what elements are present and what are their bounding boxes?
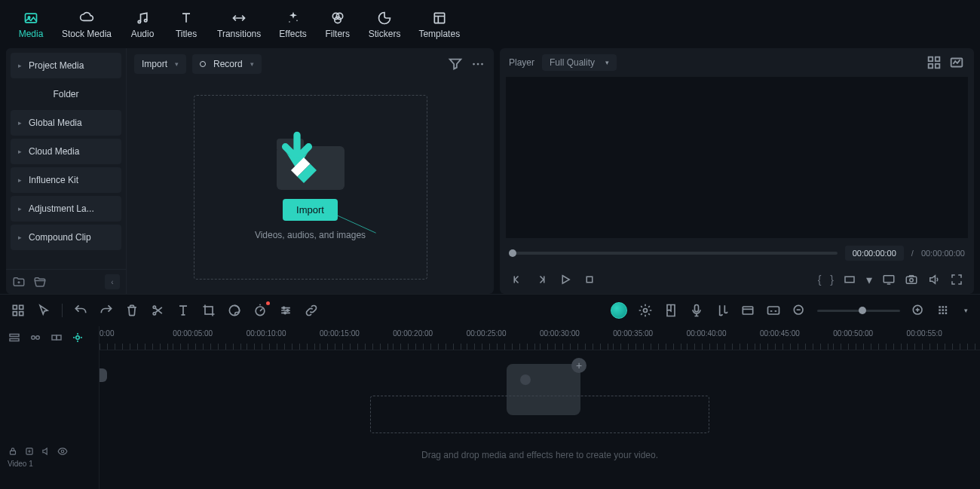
display-icon[interactable] xyxy=(882,273,896,286)
ruler-tick: 0:00 xyxy=(100,326,173,350)
new-folder-icon[interactable] xyxy=(12,275,26,289)
nav-stock-media[interactable]: Stock Media xyxy=(53,6,121,45)
audio-mixer-icon[interactable] xyxy=(715,303,730,318)
play-icon[interactable] xyxy=(559,273,572,286)
mark-in-icon[interactable]: { xyxy=(818,274,822,286)
grid-view-icon[interactable] xyxy=(926,54,942,71)
import-button[interactable]: Import xyxy=(283,199,338,221)
render-icon[interactable] xyxy=(638,303,653,318)
chevron-down-icon[interactable]: ▾ xyxy=(865,273,873,286)
media-dropzone[interactable]: Import Videos, audios, and images xyxy=(194,95,427,280)
preview-area[interactable] xyxy=(506,77,968,238)
svg-rect-25 xyxy=(20,305,23,309)
redo-icon[interactable] xyxy=(99,303,114,318)
nav-titles[interactable]: Titles xyxy=(164,6,208,45)
svg-rect-46 xyxy=(942,309,945,311)
nav-media[interactable]: Media xyxy=(9,6,53,45)
chevron-right-icon: ▸ xyxy=(18,176,24,184)
add-media-icon[interactable]: + xyxy=(571,358,586,373)
quality-select[interactable]: Full Quality ▾ xyxy=(542,54,617,71)
more-options-icon[interactable] xyxy=(470,56,486,72)
ai-avatar-icon[interactable] xyxy=(611,302,627,319)
undo-icon[interactable] xyxy=(73,303,88,318)
delete-icon[interactable] xyxy=(124,303,139,318)
sidebar-item-cloud-media[interactable]: ▸Cloud Media xyxy=(11,139,121,164)
chevron-down-icon[interactable]: ▾ xyxy=(962,303,969,318)
track-mute-icon[interactable] xyxy=(41,446,51,457)
import-dropdown[interactable]: Import ▾ xyxy=(134,54,186,74)
scope-icon[interactable] xyxy=(948,54,965,71)
zoom-in-icon[interactable] xyxy=(911,303,926,318)
layout-icon[interactable] xyxy=(11,303,26,318)
svg-rect-44 xyxy=(939,313,941,315)
record-dropdown-label: Record xyxy=(213,59,243,69)
zoom-slider[interactable] xyxy=(817,310,900,312)
svg-rect-37 xyxy=(695,305,699,312)
sidebar-item-label: Compound Clip xyxy=(29,232,91,243)
progress-slider[interactable] xyxy=(509,252,838,255)
svg-point-57 xyxy=(76,336,80,340)
sidebar-item-label: Adjustment La... xyxy=(29,203,94,214)
ruler-tick: 00:00:35:00 xyxy=(613,326,686,350)
color-icon[interactable] xyxy=(227,303,242,318)
link-icon[interactable] xyxy=(304,303,319,318)
crop-icon[interactable] xyxy=(201,303,216,318)
volume-icon[interactable] xyxy=(927,273,941,286)
nav-stickers[interactable]: Stickers xyxy=(360,6,410,45)
fullscreen-icon[interactable] xyxy=(950,273,963,286)
stop-icon[interactable] xyxy=(583,273,596,286)
speed-icon[interactable] xyxy=(253,303,268,318)
track-mode-3-icon[interactable] xyxy=(50,331,63,344)
ruler-tick: 00:00:55:0 xyxy=(907,326,980,350)
open-folder-icon[interactable] xyxy=(33,275,47,289)
cursor-icon[interactable] xyxy=(36,303,51,318)
track-mode-4-icon[interactable] xyxy=(71,331,84,344)
mic-icon[interactable] xyxy=(689,303,704,318)
sidebar-item-label: Influence Kit xyxy=(29,175,78,185)
nav-templates[interactable]: Templates xyxy=(409,6,469,45)
nav-effects[interactable]: Effects xyxy=(270,6,315,45)
nav-audio[interactable]: Audio xyxy=(121,6,164,45)
sidebar-item-global-media[interactable]: ▸Global Media xyxy=(11,110,121,136)
next-frame-icon[interactable] xyxy=(534,273,548,286)
timeline-view-icon[interactable] xyxy=(936,303,951,318)
svg-point-11 xyxy=(477,63,479,66)
ratio-icon[interactable] xyxy=(843,273,856,286)
svg-point-33 xyxy=(283,307,285,309)
nav-transitions[interactable]: Transitions xyxy=(208,6,270,45)
svg-point-5 xyxy=(289,21,290,23)
timeline-canvas[interactable]: 0:00 00:00:05:00 00:00:10:00 00:00:15:00… xyxy=(100,326,980,489)
adjust-icon[interactable] xyxy=(278,303,293,318)
svg-rect-51 xyxy=(10,335,19,337)
filter-icon xyxy=(330,11,345,26)
sidebar-item-project-media[interactable]: ▸Project Media xyxy=(11,53,121,78)
sort-filter-icon[interactable] xyxy=(447,56,464,72)
nav-filters[interactable]: Filters xyxy=(316,6,360,45)
track-lock-icon[interactable] xyxy=(8,446,18,457)
record-dropdown[interactable]: Record ▾ xyxy=(192,54,262,74)
split-icon[interactable] xyxy=(150,303,165,318)
timeline-ruler[interactable]: 0:00 00:00:05:00 00:00:10:00 00:00:15:00… xyxy=(100,326,980,350)
zoom-out-icon[interactable] xyxy=(792,303,807,318)
playhead-icon[interactable] xyxy=(100,368,107,382)
mark-out-icon[interactable]: } xyxy=(830,274,834,286)
sidebar-item-compound-clip[interactable]: ▸Compound Clip xyxy=(11,225,121,250)
cloud-icon xyxy=(79,11,94,26)
track-mode-2-icon[interactable] xyxy=(29,331,42,344)
svg-rect-42 xyxy=(939,306,941,308)
sidebar-item-folder[interactable]: Folder xyxy=(11,81,121,107)
caption-icon[interactable] xyxy=(766,303,781,318)
prev-frame-icon[interactable] xyxy=(510,273,524,286)
sidebar-item-label: Global Media xyxy=(29,118,82,128)
timeline-drop-slot[interactable] xyxy=(370,396,709,433)
collapse-sidebar-button[interactable]: ‹ xyxy=(105,274,120,289)
keyframe-panel-icon[interactable] xyxy=(740,303,755,318)
snapshot-icon[interactable] xyxy=(905,273,918,286)
track-mode-1-icon[interactable] xyxy=(8,331,21,344)
marker-icon[interactable] xyxy=(663,303,678,318)
track-target-icon[interactable] xyxy=(24,446,35,457)
sidebar-item-adjustment-layer[interactable]: ▸Adjustment La... xyxy=(11,196,121,222)
text-tool-icon[interactable] xyxy=(176,303,191,318)
sidebar-item-influence-kit[interactable]: ▸Influence Kit xyxy=(11,167,121,193)
track-visible-icon[interactable] xyxy=(57,446,68,457)
